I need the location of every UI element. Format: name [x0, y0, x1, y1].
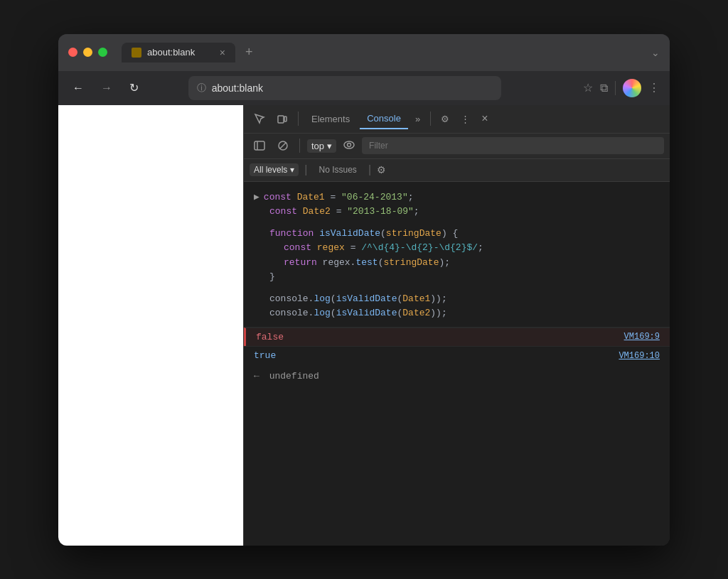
console-sidebar-button[interactable] — [250, 138, 269, 153]
traffic-lights — [68, 48, 107, 57]
page-area — [58, 105, 243, 546]
menu-button[interactable]: ⋮ — [648, 81, 660, 94]
extension-button[interactable]: ⧉ — [600, 82, 608, 94]
code-line-6: } — [254, 270, 660, 284]
info-icon: ⓘ — [197, 82, 206, 94]
vm169-10-link[interactable]: VM169:10 — [619, 350, 660, 362]
toolbar-separator-1 — [298, 112, 299, 126]
new-tab-button[interactable]: + — [240, 42, 259, 63]
svg-point-6 — [344, 141, 354, 148]
code-line-8: console.log(isValidDate(Date2)); — [254, 306, 660, 320]
undefined-text: undefined — [269, 371, 319, 382]
nav-bar: ← → ↻ ⓘ about:blank ☆ ⧉ ⋮ — [58, 71, 670, 105]
toolbar-separator-2 — [430, 112, 431, 126]
code-line-3: function isValidDate(stringDate) { — [254, 227, 660, 241]
clear-console-button[interactable] — [274, 138, 292, 153]
devtools-settings-button[interactable]: ⚙ — [437, 111, 454, 127]
url-display: about:blank — [212, 82, 263, 94]
tab-title: about:blank — [147, 47, 195, 58]
code-block: ▶ const Date1 = "06-24-2013"; const Date… — [244, 182, 670, 328]
active-tab[interactable]: about:blank × — [122, 43, 235, 63]
all-levels-label: All levels — [254, 165, 287, 175]
profile-button[interactable] — [623, 79, 641, 97]
svg-rect-1 — [284, 117, 287, 121]
nav-separator — [615, 81, 616, 95]
undefined-line: ← undefined — [244, 365, 670, 388]
devtools-more-button[interactable]: ⋮ — [456, 111, 474, 127]
devtools-panel: Elements Console » ⚙ ⋮ × — [243, 105, 670, 546]
blank-line — [254, 220, 660, 227]
svg-point-7 — [348, 144, 351, 147]
address-bar[interactable]: ⓘ about:blank — [188, 76, 501, 100]
expand-arrow-icon[interactable]: ▶ — [254, 190, 259, 205]
device-toolbar-button[interactable] — [272, 110, 292, 127]
inspect-element-button[interactable] — [250, 110, 269, 127]
tab-close-button[interactable]: × — [220, 47, 225, 58]
console-output[interactable]: ▶ const Date1 = "06-24-2013"; const Date… — [244, 182, 670, 546]
false-output: false — [256, 330, 624, 345]
no-issues-label: No Issues — [314, 163, 363, 176]
top-label: top — [311, 141, 324, 151]
svg-rect-2 — [255, 141, 264, 150]
svg-line-5 — [280, 143, 286, 148]
tab-area: about:blank × + ⌄ — [122, 42, 660, 63]
more-tabs-button[interactable]: » — [411, 111, 424, 127]
level-separator-2: | — [368, 163, 371, 176]
forward-button[interactable]: → — [97, 79, 117, 97]
level-separator: | — [304, 163, 307, 176]
back-button[interactable]: ← — [68, 79, 88, 97]
title-bar: about:blank × + ⌄ — [58, 34, 670, 71]
tab-console[interactable]: Console — [360, 109, 408, 129]
output-false-line: false VM169:9 — [244, 328, 670, 347]
true-output: true — [254, 349, 619, 363]
code-line-4: const regex = /^\d{4}-\d{2}-\d{2}$/; — [254, 241, 660, 255]
code-line-2: const Date2 = "2013-18-09"; — [254, 205, 660, 219]
refresh-button[interactable]: ↻ — [125, 78, 143, 97]
tab-elements[interactable]: Elements — [304, 109, 357, 129]
code-line-7: console.log(isValidDate(Date1)); — [254, 292, 660, 306]
close-button[interactable] — [68, 48, 77, 57]
output-true-line: true VM169:10 — [244, 346, 670, 365]
return-arrow-icon: ← — [254, 371, 259, 382]
devtools-close-button[interactable]: × — [477, 109, 492, 128]
nav-actions: ☆ ⧉ ⋮ — [583, 79, 660, 97]
console-settings-button[interactable]: ⚙ — [377, 164, 386, 175]
tab-favicon — [132, 48, 141, 58]
log-level-selector[interactable]: All levels ▾ — [250, 163, 299, 176]
maximize-button[interactable] — [98, 48, 107, 57]
minimize-button[interactable] — [83, 48, 92, 57]
devtools-toolbar: Elements Console » ⚙ ⋮ × — [244, 105, 670, 134]
star-button[interactable]: ☆ — [583, 81, 593, 94]
browser-content: Elements Console » ⚙ ⋮ × — [58, 105, 670, 546]
code-line-1: ▶ const Date1 = "06-24-2013"; — [254, 190, 660, 205]
level-dropdown-icon: ▾ — [290, 165, 294, 175]
console-filter-bar: top ▾ — [244, 134, 670, 159]
filter-separator — [299, 139, 300, 153]
browser-window: about:blank × + ⌄ ← → ↻ ⓘ about:blank ☆ … — [58, 34, 670, 546]
code-line-5: return regex.test(stringDate); — [254, 256, 660, 270]
vm169-9-link[interactable]: VM169:9 — [624, 330, 660, 343]
blank-line-2 — [254, 285, 660, 292]
custom-expressions-button[interactable] — [341, 139, 358, 153]
tab-dropdown-button[interactable]: ⌄ — [651, 47, 660, 58]
svg-rect-0 — [278, 116, 284, 123]
top-dropdown-icon: ▾ — [327, 141, 332, 151]
console-filter-input[interactable] — [362, 137, 664, 154]
console-level-bar: All levels ▾ | No Issues | ⚙ — [244, 159, 670, 182]
top-frame-selector[interactable]: top ▾ — [307, 139, 336, 153]
